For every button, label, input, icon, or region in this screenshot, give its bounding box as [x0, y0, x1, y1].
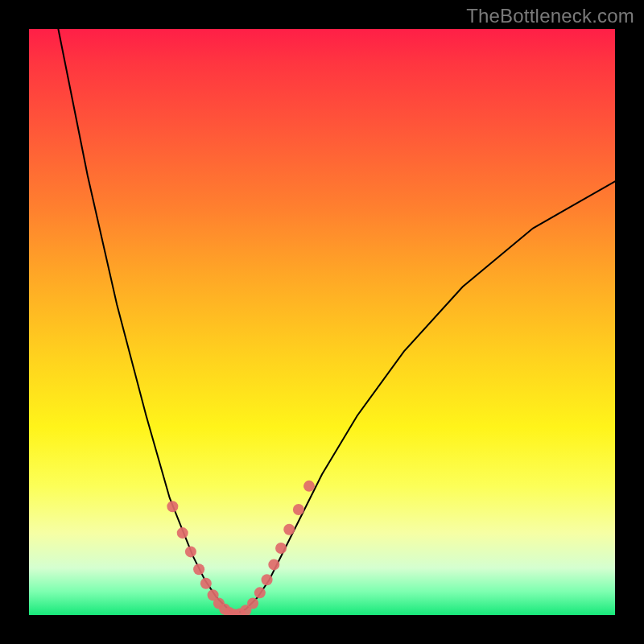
data-marker: [262, 574, 273, 585]
data-marker: [254, 587, 266, 598]
data-marker: [283, 524, 295, 535]
marker-layer: [167, 481, 315, 615]
data-marker: [275, 543, 287, 554]
data-marker: [167, 501, 178, 512]
data-marker: [177, 527, 188, 539]
plot-area: [29, 29, 615, 615]
curve-curve-left: [58, 29, 233, 615]
data-marker: [293, 504, 304, 515]
curve-curve-right: [234, 181, 615, 615]
chart-svg: [29, 29, 615, 615]
curve-layer: [58, 29, 615, 615]
data-marker: [193, 564, 204, 575]
data-marker: [268, 559, 279, 570]
chart-frame: TheBottleneck.com: [0, 0, 644, 644]
watermark-text: TheBottleneck.com: [466, 5, 634, 27]
data-marker: [200, 578, 212, 589]
data-marker: [185, 546, 196, 557]
data-marker: [247, 597, 258, 609]
data-marker: [303, 481, 315, 492]
